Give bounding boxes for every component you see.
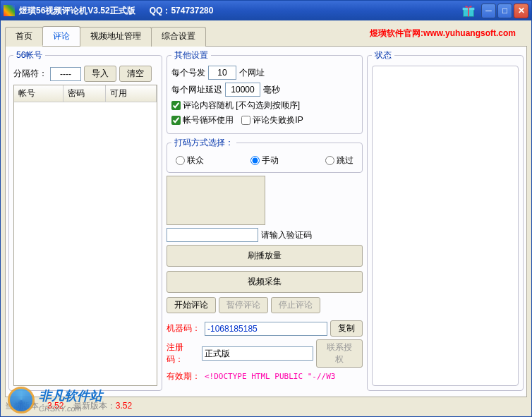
import-button[interactable]: 导入 — [84, 66, 116, 82]
official-site-link[interactable]: 煜璜软件官网:www.yuhuangsoft.com — [370, 26, 523, 42]
brush-play-button[interactable]: 刷播放量 — [167, 245, 363, 267]
cb-loop-label: 帐号循环使用 — [183, 114, 234, 126]
watermark-logo-icon — [8, 387, 35, 413]
captcha-image — [167, 176, 265, 225]
machine-label: 机器码： — [167, 322, 202, 334]
cb-failip-label: 评论失败换IP — [253, 114, 303, 126]
status-legend: 状态 — [372, 49, 394, 61]
title-text: 煜璜56视频评论机V3.52正式版 QQ：574737280 — [19, 5, 461, 17]
radio-skip[interactable] — [325, 156, 334, 165]
watermark: 非凡软件站 CRSKY.com — [8, 387, 102, 413]
tab-video-url[interactable]: 视频地址管理 — [80, 27, 152, 47]
gift-icon[interactable] — [461, 4, 476, 18]
tab-home[interactable]: 首页 — [5, 27, 43, 47]
captcha-legend: 打码方式选择： — [171, 137, 236, 149]
delay-suffix: 毫秒 — [263, 84, 280, 96]
tab-settings[interactable]: 综合设置 — [151, 27, 206, 47]
pause-comment-button[interactable]: 暂停评论 — [219, 297, 268, 313]
separator-input[interactable] — [50, 67, 81, 81]
watermark-en: CRSKY.com — [39, 404, 102, 413]
tab-comment[interactable]: 评论 — [42, 26, 80, 46]
delay-input[interactable] — [225, 83, 260, 97]
delay-prefix: 每个网址延迟 — [171, 84, 222, 96]
app-window: 煜璜56视频评论机V3.52正式版 QQ：574737280 ─ □ ✕ 煜璜软… — [0, 0, 532, 417]
per-account-input[interactable] — [208, 66, 236, 80]
watermark-cn: 非凡软件站 — [39, 387, 102, 404]
video-collect-button[interactable]: 视频采集 — [167, 271, 363, 293]
cb-random-content[interactable] — [171, 101, 181, 110]
stop-comment-button[interactable]: 停止评论 — [271, 297, 320, 313]
col-enabled[interactable]: 可用 — [106, 85, 157, 102]
other-settings-legend: 其他设置 — [171, 49, 211, 61]
maximize-button[interactable]: □ — [497, 4, 512, 18]
reg-code-input[interactable] — [202, 346, 313, 361]
reg-label: 注册码： — [167, 342, 199, 365]
clear-button[interactable]: 清空 — [119, 66, 152, 82]
cb-loop-account[interactable] — [171, 116, 181, 125]
svg-rect-2 — [468, 8, 469, 17]
account-grid[interactable]: 帐号 密码 可用 — [13, 85, 157, 386]
col-account[interactable]: 帐号 — [14, 85, 64, 102]
radio-manual[interactable] — [250, 156, 260, 165]
machine-code[interactable] — [205, 322, 327, 336]
per-account-suffix: 个网址 — [239, 67, 265, 79]
expire-label: 有效期： — [167, 370, 202, 382]
captcha-input[interactable] — [167, 228, 258, 242]
status-box[interactable] — [372, 66, 519, 386]
separator-label: 分隔符： — [13, 68, 47, 80]
col-password[interactable]: 密码 — [64, 85, 106, 102]
copy-button[interactable]: 复制 — [330, 320, 363, 337]
captcha-hint: 请输入验证码 — [261, 229, 312, 241]
start-comment-button[interactable]: 开始评论 — [167, 297, 216, 313]
accounts-legend: 56帐号 — [13, 49, 45, 61]
radio-lianzhong[interactable] — [176, 156, 185, 165]
app-icon — [4, 5, 15, 16]
titlebar: 煜璜56视频评论机V3.52正式版 QQ：574737280 ─ □ ✕ — [1, 1, 531, 20]
minimize-button[interactable]: ─ — [481, 4, 496, 18]
expire-value: <!DOCTYPE HTML PUBLIC "-//W3 — [205, 372, 335, 381]
cb-random-label: 评论内容随机 [不勾选则按顺序] — [183, 99, 300, 111]
per-account-prefix: 每个号发 — [171, 67, 205, 79]
cb-fail-ip[interactable] — [241, 116, 250, 125]
contact-auth-button[interactable]: 联系授权 — [316, 339, 363, 368]
close-button[interactable]: ✕ — [514, 4, 528, 18]
